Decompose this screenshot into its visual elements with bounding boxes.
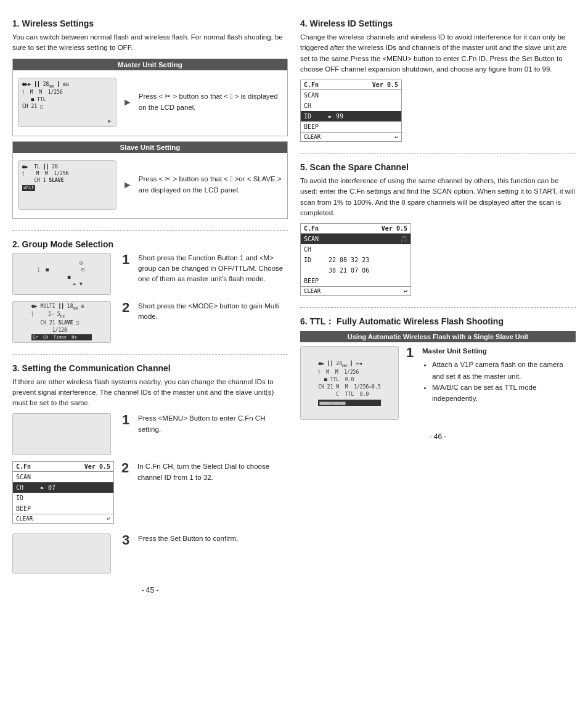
slave-arrow: ►: [123, 179, 133, 191]
section1-intro: You can switch between normal flash and …: [12, 32, 288, 54]
cfn-ch-row-beep: BEEP: [13, 503, 113, 514]
cfn-ch-footer-left: CLEAR: [16, 516, 33, 522]
wireless-flash-display: ●▶ ┃┃ 28mm ┃ ⋄◄ 氵 M M 1/256 ■ TTL 0.0 CH…: [300, 346, 399, 420]
cfn-scan-header-right: Ver 0.5: [382, 225, 407, 232]
section-2: 2. Group Mode Selection ⊞ 氵 ■ ⊟ ■: [12, 239, 288, 343]
section6-content: ●▶ ┃┃ 28mm ┃ ⋄◄ 氵 M M 1/256 ■ TTL 0.0 CH…: [300, 346, 576, 420]
section2-flash-img2: ●▶ MULTI ┃┃ 18mm ⊞ 氵 5- 5Hz CH 21 SLAVE …: [12, 301, 117, 343]
slave-desc: Press < ✂ > button so that <  >or < SLA…: [139, 174, 282, 196]
step-num-3-2: 2: [121, 461, 133, 475]
right-column: 4. Wireless ID Settings Change the wirel…: [300, 19, 576, 689]
section2-flash-img1: ⊞ 氵 ■ ⊟ ■ ► ▼ ►: [12, 253, 117, 295]
section3-step3: 3 Press the Set Button to confirm.: [12, 533, 288, 574]
cfn-id-row-ch: CH: [301, 101, 401, 111]
section-4: 4. Wireless ID Settings Change the wirel…: [300, 19, 576, 142]
section4-title: 4. Wireless ID Settings: [300, 19, 576, 28]
section5-title: 5. Scan the Spare Channel: [300, 162, 576, 172]
section-6: 6. TTL： Fully Automatic Wireless Flash S…: [300, 316, 576, 420]
bullet-2: M/A/B/C can be set as TTL mode independe…: [432, 382, 576, 405]
section-5: 5. Scan the Spare Channel To avoid the i…: [300, 162, 576, 296]
cfn-scan-footer-left: CLEAR: [304, 288, 321, 294]
master-unit-box: Master Unit Setting ●▶▶ ┃┃ 28mm ┃ ⊞⊟ 氵 M…: [12, 59, 288, 136]
cfn-ch-header-right: Ver 0.5: [84, 463, 110, 470]
master-desc: Press < ✂ > button so that <  > is disp…: [139, 91, 282, 113]
step-desc-6-1: Master Unit Setting Attach a V1P camera …: [422, 346, 576, 405]
cfn-id-header-left: C.Fn: [304, 81, 319, 88]
left-column: 1. Wireless Settings You can switch betw…: [12, 19, 288, 689]
section2-step1: ⊞ 氵 ■ ⊟ ■ ► ▼ ► 1 Short pr: [12, 253, 288, 295]
cfn-scan-header-left: C.Fn: [304, 225, 319, 232]
section3-cfn-block: C.Fn Ver 0.5 SCAN CH► 07 ID: [12, 461, 288, 529]
group-flash-image-2: ●▶ MULTI ┃┃ 18mm ⊞ 氵 5- 5Hz CH 21 SLAVE …: [12, 301, 111, 343]
section2-step2: ●▶ MULTI ┃┃ 18mm ⊞ 氵 5- 5Hz CH 21 SLAVE …: [12, 301, 288, 343]
section3-flash-image-3: [12, 533, 111, 574]
page-number-right: - 46 -: [300, 432, 576, 441]
master-box-header: Master Unit Setting: [13, 59, 287, 70]
cfn-ch-menu: C.Fn Ver 0.5 SCAN CH► 07 ID: [12, 461, 114, 529]
section3-flash-img3: [12, 533, 117, 574]
master-flash-image: ●▶▶ ┃┃ 28mm ┃ ⊞⊟ 氵 M M 1/256 ■ TTL CH 21…: [18, 78, 116, 127]
step-desc-2: Short press the <MODE> button to gain Mu…: [138, 301, 288, 323]
master-unit-bullets: Attach a V1P camera flash on the camera …: [422, 359, 576, 405]
cfn-ch-row-scan: SCAN: [13, 472, 113, 482]
section-1: 1. Wireless Settings You can switch betw…: [12, 19, 288, 219]
section3-step1: ► 1 Press <MENU> Button to enter C.Fn CH…: [12, 413, 288, 455]
step-num-6-1: 1: [406, 346, 417, 360]
cfn-id-back: ↩: [395, 134, 398, 140]
cfn-ch-row-ch: CH► 07: [13, 482, 113, 493]
cfn-id-header-right: Ver 0.5: [372, 81, 398, 88]
section4-desc: Change the wireless channels and wireles…: [300, 32, 576, 75]
section1-title: 1. Wireless Settings: [12, 19, 288, 28]
step-desc-1: Short press the Function Button 1 and <M…: [138, 253, 288, 285]
cfn-id-row-id: ID► 99: [301, 111, 401, 121]
cfn-ch-row-id: ID: [13, 493, 113, 503]
cfn-scan-row-scan: SCAN 🎵: [301, 234, 410, 244]
section2-title: 2. Group Mode Selection: [12, 239, 288, 249]
section3-flash-img1: ►: [12, 413, 117, 455]
section6-step1-block: 1 Master Unit Setting Attach a V1P camer…: [406, 346, 576, 411]
master-unit-label: Master Unit Setting: [422, 346, 576, 356]
cfn-scan-row-ch: CH: [301, 244, 410, 255]
cfn-scan-back: ↩: [404, 288, 407, 294]
wf-flash-image: ●▶ ┃┃ 28mm ┃ ⋄◄ 氵 M M 1/256 ■ TTL 0.0 CH…: [300, 346, 399, 420]
cfn-scan-row-beep: BEEP: [301, 276, 410, 286]
master-arrow: ►: [123, 97, 133, 108]
step-desc-3-1: Press <MENU> Button to enter C.Fn CH set…: [138, 413, 288, 435]
slave-box-header: Slave Unit Setting: [13, 142, 287, 153]
section6-step1: 1 Master Unit Setting Attach a V1P camer…: [406, 346, 576, 405]
cfn-scan-row-id2: 38 21 07 06: [301, 265, 410, 276]
section3-step2: 2 In C.Fn CH, turn the Select Dial to ch…: [121, 461, 288, 483]
divider-2: [12, 354, 288, 355]
divider-4: [300, 307, 576, 308]
cfn-ch-header-left: C.Fn: [16, 463, 31, 470]
step-num-2: 2: [122, 301, 133, 315]
cfn-id-row-scan: SCAN: [301, 90, 401, 101]
cfn-ch-back: ↩: [107, 516, 110, 522]
using-box: Using Automatic Wireless Flash with a Si…: [300, 331, 576, 342]
step-num-3-3: 3: [122, 533, 133, 547]
slave-unit-box: Slave Unit Setting ●▶ TL ┃┃ 28 氵 M M 1/2…: [12, 141, 288, 219]
cfn-scan-row-id1: ID22 08 32 23: [301, 255, 410, 265]
page-number-left: - 45 -: [12, 586, 288, 595]
section3-title: 3. Setting the Communication Channel: [12, 363, 288, 373]
cfn-id-footer-left: CLEAR: [304, 134, 321, 140]
section3-flash-image-1: ►: [12, 413, 111, 455]
divider-1: [12, 230, 288, 231]
slave-flash-image: ●▶ TL ┃┃ 28 氵 M M 1/256 CH 1 SLAVE unit: [18, 160, 116, 210]
section3-intro: If there are other wireless flash system…: [12, 377, 288, 409]
divider-3: [300, 153, 576, 154]
step-desc-3-3: Press the Set Button to confirm.: [138, 533, 288, 544]
cfn-id-menu: C.Fn Ver 0.5 SCAN CH ID► 99 BEEP: [300, 80, 576, 142]
cfn-scan-menu: C.Fn Ver 0.5 SCAN 🎵 CH ID22 08 32 23 38: [300, 223, 576, 296]
cfn-id-row-beep: BEEP: [301, 121, 401, 132]
section3-step2-block: 2 In C.Fn CH, turn the Select Dial to ch…: [121, 461, 288, 489]
section5-desc: To avoid the interference of using the s…: [300, 176, 576, 218]
section6-title: 6. TTL： Fully Automatic Wireless Flash S…: [300, 316, 576, 327]
section-3: 3. Setting the Communication Channel If …: [12, 363, 288, 574]
group-flash-image-1: ⊞ 氵 ■ ⊟ ■ ► ▼ ►: [12, 253, 111, 295]
bullet-1: Attach a V1P camera flash on the camera …: [432, 359, 576, 382]
step-desc-3-2: In C.Fn CH, turn the Select Dial to choo…: [137, 461, 288, 483]
step-num-3-1: 1: [122, 413, 133, 427]
step-num-1: 1: [122, 253, 133, 266]
